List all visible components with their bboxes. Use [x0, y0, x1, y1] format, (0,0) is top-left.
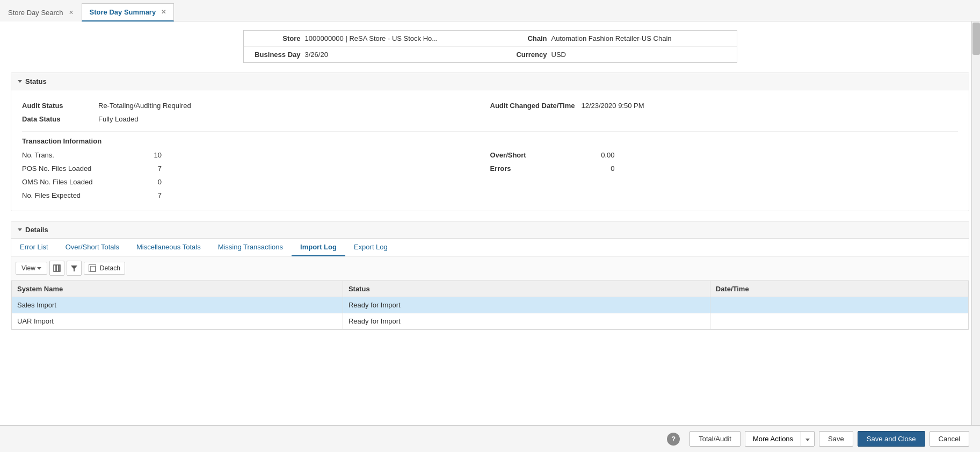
errors-label: Errors — [490, 164, 565, 173]
errors-row: Errors 0 — [490, 162, 959, 175]
cell-system-name: UAR Import — [12, 313, 343, 329]
audit-changed-row: Audit Changed Date/Time 12/23/2020 9:50 … — [490, 99, 959, 112]
cell-date-time — [710, 313, 968, 329]
help-icon-label: ? — [671, 435, 676, 443]
info-cell-bizday: Business Day 3/26/20 — [244, 47, 490, 62]
total-audit-button[interactable]: Total/Audit — [689, 431, 741, 447]
transaction-info-label: Transaction Information — [22, 131, 958, 148]
filter-button[interactable] — [67, 261, 82, 276]
info-panel: Store 1000000000 | ReSA Store - US Stock… — [243, 30, 737, 63]
scrollbar-thumb[interactable] — [972, 23, 980, 55]
tab-miscellaneous-totals[interactable]: Miscellaneous Totals — [128, 239, 209, 256]
tab-store-day-search-close[interactable]: ✕ — [69, 9, 74, 16]
no-trans-row: No. Trans. 10 — [22, 148, 490, 162]
status-section-toggle[interactable] — [18, 80, 22, 83]
details-section: Details Error List Over/Short Totals Mis… — [11, 221, 969, 330]
help-button[interactable]: ? — [667, 433, 680, 446]
errors-value: 0 — [572, 164, 615, 173]
tab-store-day-summary[interactable]: Store Day Summary ✕ — [82, 3, 175, 21]
save-close-button[interactable]: Save and Close — [858, 431, 925, 447]
trans-right: Over/Short 0.00 Errors 0 — [490, 148, 959, 202]
more-actions-button[interactable]: More Actions — [745, 431, 801, 447]
chain-value: Automation Fashion Retailer-US Chain — [551, 34, 672, 42]
oms-files-row: OMS No. Files Loaded 0 — [22, 175, 490, 189]
audit-status-value: Re-Totaling/Auditing Required — [98, 102, 191, 110]
no-files-expected-label: No. Files Expected — [22, 191, 129, 199]
audit-status-row: Audit Status Re-Totaling/Auditing Requir… — [22, 99, 490, 112]
table-row[interactable]: UAR Import Ready for Import — [12, 313, 969, 329]
detach-button[interactable]: Detach — [84, 262, 125, 275]
tab-bar: Store Day Search ✕ Store Day Summary ✕ — [0, 0, 980, 21]
main-content: Store 1000000000 | ReSA Store - US Stock… — [0, 21, 980, 425]
no-trans-label: No. Trans. — [22, 151, 129, 159]
data-status-value: Fully Loaded — [98, 115, 138, 123]
vertical-scrollbar[interactable] — [971, 21, 980, 425]
no-files-expected-row: No. Files Expected 7 — [22, 189, 490, 202]
business-day-label: Business Day — [252, 51, 301, 59]
save-button[interactable]: Save — [819, 431, 853, 447]
col-status: Status — [343, 281, 710, 297]
tab-store-day-search[interactable]: Store Day Search ✕ — [0, 3, 82, 21]
tab-error-list[interactable]: Error List — [11, 239, 57, 256]
over-short-row: Over/Short 0.00 — [490, 148, 959, 162]
details-tabs-bar: Error List Over/Short Totals Miscellaneo… — [11, 239, 969, 329]
status-col-right: Audit Changed Date/Time 12/23/2020 9:50 … — [490, 99, 959, 126]
col-date-time: Date/Time — [710, 281, 968, 297]
status-grid: Audit Status Re-Totaling/Auditing Requir… — [22, 99, 958, 126]
data-status-row: Data Status Fully Loaded — [22, 112, 490, 126]
business-day-value: 3/26/20 — [305, 51, 328, 59]
pos-files-label: POS No. Files Loaded — [22, 164, 129, 173]
audit-status-label: Audit Status — [22, 102, 92, 110]
over-short-value: 0.00 — [572, 151, 615, 159]
more-actions-dropdown-icon — [805, 439, 810, 441]
currency-label: Currency — [499, 51, 547, 59]
cancel-button[interactable]: Cancel — [930, 431, 969, 447]
tab-store-day-summary-close[interactable]: ✕ — [161, 9, 166, 16]
view-label: View — [21, 264, 35, 272]
info-cell-store: Store 1000000000 | ReSA Store - US Stock… — [244, 31, 490, 46]
status-section-title: Status — [25, 77, 47, 85]
cell-status: Ready for Import — [343, 313, 710, 329]
no-files-expected-value: 7 — [129, 191, 162, 199]
tab-export-log[interactable]: Export Log — [345, 239, 396, 256]
details-section-header: Details — [11, 221, 969, 239]
details-section-toggle[interactable] — [18, 228, 22, 231]
details-section-title: Details — [25, 226, 48, 234]
view-button[interactable]: View — [16, 262, 47, 275]
svg-rect-0 — [54, 265, 56, 271]
tab-import-log[interactable]: Import Log — [292, 239, 345, 256]
tab-over-short-totals[interactable]: Over/Short Totals — [57, 239, 128, 256]
cell-system-name: Sales Import — [12, 297, 343, 313]
svg-rect-1 — [56, 265, 59, 271]
table-toolbar: View Detach — [11, 256, 969, 281]
detach-icon — [89, 264, 96, 272]
audit-changed-value: 12/23/2020 9:50 PM — [581, 102, 644, 110]
pos-files-row: POS No. Files Loaded 7 — [22, 162, 490, 175]
oms-files-value: 0 — [129, 178, 162, 186]
details-tabs: Error List Over/Short Totals Miscellaneo… — [11, 239, 969, 256]
status-section-body: Audit Status Re-Totaling/Auditing Requir… — [11, 90, 969, 211]
table-header-row: System Name Status Date/Time — [12, 281, 969, 297]
import-log-table: System Name Status Date/Time Sales Impor… — [11, 281, 969, 329]
over-short-label: Over/Short — [490, 151, 565, 159]
store-label: Store — [252, 34, 301, 42]
tab-store-day-summary-label: Store Day Summary — [90, 8, 156, 16]
columns-button[interactable] — [49, 261, 64, 276]
tab-store-day-search-label: Store Day Search — [8, 9, 63, 17]
filter-icon — [70, 264, 78, 272]
cell-date-time — [710, 297, 968, 313]
trans-left: No. Trans. 10 POS No. Files Loaded 7 OMS… — [22, 148, 490, 202]
tab-missing-transactions[interactable]: Missing Transactions — [209, 239, 292, 256]
table-row[interactable]: Sales Import Ready for Import — [12, 297, 969, 313]
store-value: 1000000000 | ReSA Store - US Stock Ho... — [305, 34, 438, 42]
more-actions-group: More Actions — [745, 431, 815, 447]
view-dropdown-icon — [37, 267, 41, 270]
info-cell-currency: Currency USD — [490, 47, 737, 62]
currency-value: USD — [551, 51, 566, 59]
status-section-header: Status — [11, 73, 969, 90]
more-actions-dropdown-button[interactable] — [801, 431, 815, 447]
svg-rect-2 — [59, 265, 60, 271]
cell-status: Ready for Import — [343, 297, 710, 313]
chain-label: Chain — [499, 34, 547, 42]
pos-files-value: 7 — [129, 164, 162, 173]
